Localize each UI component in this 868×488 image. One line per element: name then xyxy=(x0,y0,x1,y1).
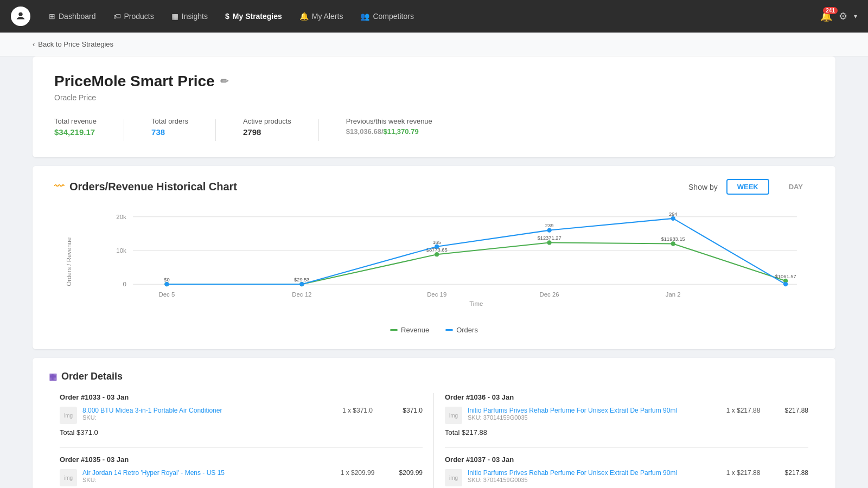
svg-text:Time: Time xyxy=(469,300,483,307)
day-button[interactable]: DAY xyxy=(778,179,814,195)
notifications-button[interactable]: 🔔 241 xyxy=(820,10,832,22)
product-sku-1036: SKU: 37014159G0035 xyxy=(468,414,716,421)
active-products-value: 2798 xyxy=(243,127,291,137)
nav-label-dashboard: Dashboard xyxy=(59,12,96,21)
svg-point-0 xyxy=(18,12,22,16)
chart-title: 〰 Orders/Revenue Historical Chart xyxy=(54,181,237,193)
svg-text:Dec 5: Dec 5 xyxy=(159,291,175,298)
svg-text:$29.53: $29.53 xyxy=(294,277,310,282)
orders-left-column: Order #1033 - 03 Jan img 8,000 BTU Midea… xyxy=(49,393,434,488)
order-line-1037: img Initio Parfums Prives Rehab Perfume … xyxy=(445,469,808,486)
nav-label-products: Products xyxy=(124,12,154,21)
settings-button[interactable]: ⚙ xyxy=(839,10,847,22)
week-button[interactable]: WEEK xyxy=(726,179,769,195)
competitors-icon: 👥 xyxy=(360,12,369,21)
legend-orders: Orders xyxy=(445,326,478,334)
svg-text:$1061.57: $1061.57 xyxy=(775,274,796,279)
svg-point-11 xyxy=(547,240,551,245)
product-info-1035: Air Jordan 14 Retro 'Hyper Royal' - Mens… xyxy=(82,469,330,483)
dashboard-icon: ⊞ xyxy=(49,12,55,21)
order-separator-left xyxy=(60,447,423,448)
total-orders-value: 738 xyxy=(151,127,188,137)
stat-active-products: Active products 2798 xyxy=(243,117,318,137)
chart-svg: Orders / Revenue 20k 10k 0 xyxy=(54,206,814,318)
product-info-1037: Initio Parfums Prives Rehab Perfume For … xyxy=(468,469,716,483)
navbar-right: 🔔 241 ⚙ ▾ xyxy=(820,10,857,22)
edit-icon[interactable]: ✏ xyxy=(220,75,228,87)
logo[interactable] xyxy=(11,7,30,26)
svg-text:Dec 19: Dec 19 xyxy=(427,291,446,298)
nav-links: ⊞ Dashboard 🏷 Products ▦ Insights $ My S… xyxy=(41,8,820,25)
products-icon: 🏷 xyxy=(113,12,121,21)
total-revenue-value: $34,219.17 xyxy=(54,127,97,137)
insights-icon: ▦ xyxy=(171,12,178,21)
product-sku-1035: SKU: xyxy=(82,477,330,483)
product-thumb-1037: img xyxy=(445,469,462,486)
active-products-label: Active products xyxy=(243,117,291,125)
orders-grid: Order #1033 - 03 Jan img 8,000 BTU Midea… xyxy=(49,393,819,488)
product-name-1036[interactable]: Initio Parfums Prives Rehab Perfume For … xyxy=(468,407,716,414)
order-line-1036: img Initio Parfums Prives Rehab Perfume … xyxy=(445,407,808,424)
svg-text:Dec 26: Dec 26 xyxy=(540,291,559,298)
stat-divider-1 xyxy=(124,119,124,141)
prev-week-label: Previous/this week revenue xyxy=(346,117,432,125)
product-name-1037[interactable]: Initio Parfums Prives Rehab Perfume For … xyxy=(468,469,716,477)
nav-item-insights[interactable]: ▦ Insights xyxy=(164,8,215,25)
product-qty-1036: 1 x $217.88 xyxy=(722,407,765,414)
svg-text:Dec 12: Dec 12 xyxy=(292,291,311,298)
nav-item-my-strategies[interactable]: $ My Strategies xyxy=(218,8,290,25)
chart-legend: Revenue Orders xyxy=(54,326,814,334)
order-line-1035: img Air Jordan 14 Retro 'Hyper Royal' - … xyxy=(60,469,423,486)
svg-point-25 xyxy=(783,282,788,286)
order-header-1033: Order #1033 - 03 Jan xyxy=(60,393,423,401)
back-button[interactable]: ‹ Back to Price Strategies xyxy=(33,40,113,48)
stat-divider-2 xyxy=(215,119,216,141)
back-arrow-icon: ‹ xyxy=(33,40,35,48)
notification-badge: 241 xyxy=(823,7,838,14)
product-qty-1035: 1 x $209.99 xyxy=(336,469,379,477)
nav-label-competitors: Competitors xyxy=(373,12,413,21)
svg-text:294: 294 xyxy=(669,211,678,217)
chart-title-text: Orders/Revenue Historical Chart xyxy=(69,181,237,193)
product-info-1033: 8,000 BTU Midea 3-in-1 Portable Air Cond… xyxy=(82,407,330,421)
product-price-1037: $217.88 xyxy=(770,469,808,477)
revenue-legend-label: Revenue xyxy=(401,326,429,334)
product-price-1035: $209.99 xyxy=(385,469,423,477)
orders-legend-line xyxy=(445,329,453,331)
dropdown-icon[interactable]: ▾ xyxy=(854,12,857,20)
svg-text:20k: 20k xyxy=(116,214,126,220)
svg-point-12 xyxy=(671,241,675,246)
stat-total-revenue: Total revenue $34,219.17 xyxy=(54,117,124,137)
nav-item-my-alerts[interactable]: 🔔 My Alerts xyxy=(292,8,351,25)
breadcrumb-bar: ‹ Back to Price Strategies xyxy=(0,33,868,56)
legend-revenue: Revenue xyxy=(390,326,429,334)
order-header-1036: Order #1036 - 03 Jan xyxy=(445,393,808,401)
product-name-1035[interactable]: Air Jordan 14 Retro 'Hyper Royal' - Mens… xyxy=(82,469,330,477)
product-qty-1037: 1 x $217.88 xyxy=(722,469,765,477)
svg-text:$0: $0 xyxy=(164,277,169,282)
stat-prev-week: Previous/this week revenue $13,036.68/$1… xyxy=(346,117,432,136)
order-section: ▦ Order Details Order #1033 - 03 Jan img… xyxy=(33,358,835,488)
svg-text:239: 239 xyxy=(545,223,554,228)
nav-item-competitors[interactable]: 👥 Competitors xyxy=(353,8,421,25)
nav-item-products[interactable]: 🏷 Products xyxy=(106,8,162,25)
order-group-1037: Order #1037 - 03 Jan img Initio Parfums … xyxy=(445,455,808,488)
chart-wave-icon: 〰 xyxy=(54,181,64,192)
order-icon: ▦ xyxy=(49,371,57,382)
nav-item-dashboard[interactable]: ⊞ Dashboard xyxy=(41,8,104,25)
product-thumb-1036: img xyxy=(445,407,462,424)
strategy-card: PriceMole Smart Price ✏ Oracle Price Tot… xyxy=(33,56,835,157)
orders-legend-label: Orders xyxy=(456,326,478,334)
prev-week-value: $13,036.68/$11,370.79 xyxy=(346,127,432,136)
product-info-1036: Initio Parfums Prives Rehab Perfume For … xyxy=(468,407,716,421)
product-price-1033: $371.0 xyxy=(385,407,423,414)
nav-label-strategies: My Strategies xyxy=(233,12,282,21)
svg-text:$12371.27: $12371.27 xyxy=(538,235,561,241)
strategy-title-text: PriceMole Smart Price xyxy=(54,73,215,90)
product-name-1033[interactable]: 8,000 BTU Midea 3-in-1 Portable Air Cond… xyxy=(82,407,330,414)
order-section-title: ▦ Order Details xyxy=(49,371,819,382)
svg-text:Jan 2: Jan 2 xyxy=(666,291,681,298)
alerts-icon: 🔔 xyxy=(299,12,309,21)
nav-label-insights: Insights xyxy=(182,12,208,21)
order-header-1035: Order #1035 - 03 Jan xyxy=(60,455,423,464)
